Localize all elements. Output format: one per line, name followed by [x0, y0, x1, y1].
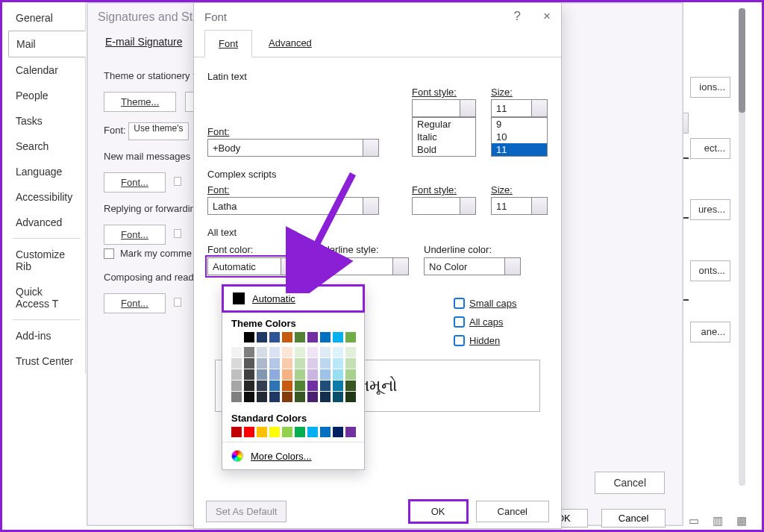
color-swatch[interactable]: [333, 381, 343, 391]
color-swatch[interactable]: [244, 347, 254, 357]
set-default-button[interactable]: Set As Default: [206, 501, 286, 522]
nav-addins[interactable]: Add-ins: [8, 323, 85, 348]
color-swatch[interactable]: [345, 332, 356, 342]
color-swatch[interactable]: [269, 392, 280, 402]
help-icon[interactable]: ?: [514, 9, 521, 24]
nav-accessibility[interactable]: Accessibility: [8, 184, 85, 210]
color-swatch[interactable]: [269, 369, 280, 380]
color-swatch[interactable]: [333, 347, 343, 357]
view-icon-2[interactable]: ▥: [713, 514, 723, 528]
color-swatch[interactable]: [345, 347, 356, 357]
nav-search[interactable]: Search: [8, 134, 85, 159]
color-swatch[interactable]: [231, 332, 242, 342]
color-swatch[interactable]: [295, 381, 305, 391]
latin-font-combo[interactable]: +Body: [207, 139, 379, 157]
color-swatch[interactable]: [320, 369, 331, 380]
reply-font-button[interactable]: Font...: [104, 225, 166, 245]
color-swatch[interactable]: [295, 427, 305, 437]
color-swatch[interactable]: [269, 427, 280, 437]
nav-people[interactable]: People: [8, 83, 85, 108]
color-swatch[interactable]: [282, 392, 292, 402]
edge-signatures-btn[interactable]: ures...: [690, 199, 730, 220]
color-swatch[interactable]: [295, 347, 305, 357]
color-swatch[interactable]: [307, 427, 318, 437]
color-swatch[interactable]: [345, 427, 356, 437]
color-swatch[interactable]: [345, 392, 356, 402]
color-swatch[interactable]: [231, 347, 242, 357]
theme-button[interactable]: Theme...: [104, 92, 176, 112]
edge-autocorrect-btn[interactable]: ect...: [690, 138, 730, 159]
tab-email-signature[interactable]: E-mail Signature: [104, 31, 184, 54]
color-swatch[interactable]: [345, 381, 356, 391]
nav-calendar[interactable]: Calendar: [8, 57, 85, 83]
compose-font-button[interactable]: Font...: [104, 293, 166, 313]
color-swatch[interactable]: [269, 381, 280, 391]
color-swatch[interactable]: [307, 392, 318, 402]
window-scrollbar[interactable]: [739, 8, 745, 486]
color-swatch[interactable]: [320, 332, 331, 342]
nav-customize-ribbon[interactable]: Customize Rib: [8, 242, 85, 279]
latin-size-input[interactable]: 11: [491, 99, 548, 117]
color-swatch[interactable]: [244, 392, 254, 402]
color-swatch[interactable]: [282, 332, 292, 342]
underline-color-combo[interactable]: No Color: [424, 257, 521, 275]
font-field[interactable]: Use theme's: [128, 122, 188, 140]
color-swatch[interactable]: [257, 369, 267, 380]
bottom-cancel-button[interactable]: Cancel: [601, 509, 666, 528]
color-swatch[interactable]: [244, 369, 254, 380]
color-swatch[interactable]: [345, 369, 356, 380]
complex-style-combo[interactable]: [412, 197, 476, 215]
color-swatch[interactable]: [244, 332, 254, 342]
nav-mail[interactable]: Mail: [8, 31, 86, 57]
color-swatch[interactable]: [307, 347, 318, 357]
color-swatch[interactable]: [333, 332, 343, 342]
new-mail-font-button[interactable]: Font...: [104, 172, 166, 193]
underline-style-combo[interactable]: [312, 257, 409, 275]
color-swatch[interactable]: [269, 347, 280, 357]
color-swatch[interactable]: [244, 358, 254, 369]
edge-fonts-btn[interactable]: onts...: [690, 260, 730, 281]
view-icon-1[interactable]: ▭: [689, 514, 699, 528]
color-swatch[interactable]: [333, 427, 343, 437]
color-swatch[interactable]: [320, 358, 331, 369]
close-icon[interactable]: ×: [543, 9, 551, 24]
color-swatch[interactable]: [231, 369, 242, 380]
color-swatch[interactable]: [231, 392, 242, 402]
font-color-combo[interactable]: Automatic: [207, 257, 297, 275]
font-cancel-button[interactable]: Cancel: [476, 501, 549, 522]
nav-language[interactable]: Language: [8, 159, 85, 184]
latin-size-list[interactable]: 9 10 11: [491, 117, 548, 157]
color-swatch[interactable]: [282, 381, 292, 391]
nav-advanced[interactable]: Advanced: [8, 210, 85, 235]
color-swatch[interactable]: [307, 332, 318, 342]
color-swatch[interactable]: [244, 427, 254, 437]
new-mail-extra[interactable]: [174, 177, 181, 186]
color-swatch[interactable]: [307, 358, 318, 369]
hidden-checkbox[interactable]: [454, 335, 465, 346]
color-swatch[interactable]: [231, 358, 242, 369]
compose-extra[interactable]: [174, 298, 181, 307]
color-swatch[interactable]: [282, 427, 292, 437]
allcaps-checkbox[interactable]: [454, 316, 465, 328]
tab-advanced[interactable]: Advanced: [255, 30, 325, 57]
reply-extra[interactable]: [174, 229, 181, 238]
edge-options-btn[interactable]: ions...: [690, 77, 730, 98]
color-swatch[interactable]: [282, 347, 292, 357]
color-automatic-item[interactable]: Automatic: [224, 287, 363, 310]
color-swatch[interactable]: [257, 332, 267, 342]
color-swatch[interactable]: [320, 392, 331, 402]
view-icon-3[interactable]: ▦: [736, 514, 747, 528]
complex-size-combo[interactable]: 11: [491, 197, 548, 215]
sig-cancel-button[interactable]: Cancel: [595, 472, 665, 494]
color-swatch[interactable]: [345, 358, 356, 369]
color-swatch[interactable]: [269, 332, 280, 342]
mark-comments-checkbox[interactable]: [104, 248, 114, 259]
color-swatch[interactable]: [320, 427, 331, 437]
color-swatch[interactable]: [333, 358, 343, 369]
color-swatch[interactable]: [257, 381, 267, 391]
color-swatch[interactable]: [231, 381, 242, 391]
edge-readingpane-btn[interactable]: ane...: [690, 322, 730, 342]
more-colors-item[interactable]: More Colors...: [222, 442, 364, 469]
color-swatch[interactable]: [282, 358, 292, 369]
color-swatch[interactable]: [257, 427, 267, 437]
